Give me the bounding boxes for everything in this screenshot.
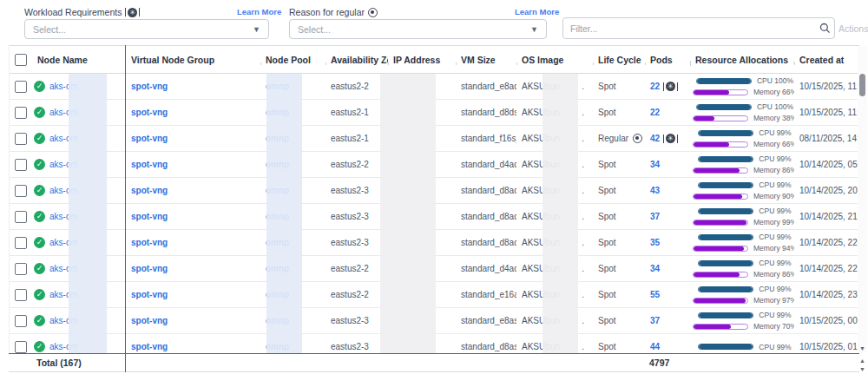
- virtual-node-group-link[interactable]: spot-vng: [131, 264, 168, 273]
- created-at-cell: 10/14/2025, 20:3...: [794, 186, 859, 195]
- created-at-cell: 08/11/2025, 14:2...: [794, 134, 859, 143]
- actions-button[interactable]: Actions: [838, 23, 868, 34]
- pods-cell: 22 ✳: [645, 82, 690, 91]
- row-checkbox[interactable]: [15, 289, 27, 301]
- table-header-row: Node Name Virtual Node Group Node Pool A…: [10, 46, 859, 74]
- vm-size-cell: standard_d8ads...: [456, 212, 516, 221]
- filter-input[interactable]: [563, 23, 815, 34]
- col-header-pods[interactable]: Pods: [645, 55, 690, 65]
- virtual-node-group-link[interactable]: spot-vng: [131, 82, 168, 91]
- cpu-bar-track: [698, 344, 753, 350]
- pods-count-link[interactable]: 34: [650, 160, 660, 169]
- cpu-label: CPU 100%: [757, 102, 793, 111]
- row-checkbox[interactable]: [15, 133, 27, 145]
- virtual-node-group-link[interactable]: spot-vng: [131, 316, 168, 325]
- row-checkbox[interactable]: [15, 211, 27, 223]
- pods-count-link[interactable]: 43: [650, 186, 660, 195]
- row-checkbox[interactable]: [15, 81, 27, 93]
- virtual-node-group-link[interactable]: spot-vng: [131, 290, 168, 299]
- cpu-bar-fill: [699, 209, 752, 213]
- row-checkbox[interactable]: [15, 107, 27, 119]
- workload-learn-more-link[interactable]: Learn More: [237, 7, 281, 16]
- row-checkbox[interactable]: [15, 315, 27, 327]
- cpu-bar-track: [698, 130, 753, 136]
- pods-count-link[interactable]: 55: [650, 290, 660, 299]
- cpu-allocation-row: CPU 99%: [698, 285, 791, 293]
- col-header-virtual-node-group[interactable]: Virtual Node Group: [126, 55, 260, 65]
- col-header-availability-zone[interactable]: Availability Zone: [326, 55, 388, 65]
- col-header-os-image[interactable]: OS Image: [516, 55, 593, 65]
- virtual-node-group-cell: spot-vng: [126, 264, 260, 273]
- virtual-node-group-link[interactable]: spot-vng: [131, 134, 168, 143]
- select-all-cell: [10, 54, 30, 66]
- row-checkbox[interactable]: [15, 159, 27, 171]
- cpu-allocation-row: CPU 100%: [696, 76, 793, 85]
- node-healthy-icon: ✓: [34, 107, 45, 118]
- pods-count-link[interactable]: 37: [650, 212, 660, 221]
- virtual-node-group-link[interactable]: spot-vng: [131, 342, 168, 351]
- cpu-bar-fill: [699, 131, 752, 135]
- pods-cell: 37 ✳: [645, 316, 690, 325]
- availability-zone-cell: eastus2-2: [326, 290, 388, 299]
- life-cycle-text: Spot: [598, 342, 616, 351]
- chevron-down-icon: ▼: [530, 25, 538, 34]
- pods-count-link[interactable]: 37: [650, 316, 660, 325]
- memory-label: Memory 38%: [753, 114, 794, 122]
- memory-bar-track: [693, 141, 748, 148]
- os-image-truncation: .: [582, 134, 584, 143]
- col-header-created-at[interactable]: Created at: [794, 55, 860, 65]
- row-checkbox[interactable]: [15, 341, 27, 353]
- cpu-allocation-row: CPU 99%: [698, 207, 791, 215]
- row-checkbox[interactable]: [15, 185, 27, 197]
- pods-count-link[interactable]: 42: [650, 134, 660, 143]
- scroll-down-icon[interactable]: ▼: [858, 344, 867, 353]
- life-cycle-text: Spot: [598, 238, 616, 247]
- reason-learn-more-link[interactable]: Learn More: [515, 7, 559, 16]
- memory-allocation-row: Memory 97%: [693, 296, 794, 305]
- col-header-ip-address[interactable]: IP Address: [388, 55, 456, 65]
- cpu-allocation-row: CPU 99%: [698, 233, 791, 241]
- col-header-node-name[interactable]: Node Name: [30, 55, 126, 65]
- pods-count-link[interactable]: 22: [650, 108, 660, 117]
- created-at-cell: 10/15/2025, 00:2...: [794, 316, 859, 325]
- vm-size-cell: standard_d4ads...: [456, 264, 516, 273]
- cpu-label: CPU 99%: [759, 259, 791, 267]
- availability-zone-cell: eastus2-2: [326, 160, 388, 169]
- pods-count-link[interactable]: 35: [650, 238, 660, 247]
- pods-count-link[interactable]: 44: [650, 342, 660, 351]
- pods-count-link[interactable]: 34: [650, 264, 660, 273]
- cpu-bar-fill: [699, 313, 752, 318]
- search-icon[interactable]: [815, 23, 834, 34]
- virtual-node-group-link[interactable]: spot-vng: [131, 238, 168, 247]
- virtual-node-group-link[interactable]: spot-vng: [131, 108, 168, 117]
- col-header-life-cycle[interactable]: Life Cycle: [593, 55, 645, 65]
- virtual-node-group-link[interactable]: spot-vng: [131, 212, 168, 221]
- vm-size-cell: standard_d8ads...: [456, 186, 516, 195]
- life-cycle-cell: Spot: [593, 342, 645, 351]
- row-checkbox[interactable]: [15, 263, 27, 275]
- reason-for-regular-select[interactable]: Select... ▼: [289, 19, 547, 39]
- col-header-vm-size[interactable]: VM Size: [456, 55, 516, 65]
- row-checkbox[interactable]: [15, 237, 27, 249]
- vertical-scrollbar[interactable]: ▼: [858, 46, 867, 353]
- memory-bar-fill: [694, 299, 746, 303]
- created-at-cell: 10/14/2025, 05:1...: [794, 160, 859, 169]
- scrollbar-thumb[interactable]: [859, 74, 865, 96]
- memory-bar-track: [693, 324, 748, 330]
- life-cycle-text: Spot: [598, 212, 616, 221]
- col-header-resource-allocations[interactable]: Resource Allocations ↓ ≡: [690, 53, 794, 66]
- workload-requirements-select[interactable]: Select... ▼: [24, 19, 269, 39]
- memory-bar-track: [693, 89, 748, 95]
- pods-count-link[interactable]: 22: [650, 82, 660, 91]
- cpu-bar-fill: [697, 79, 751, 83]
- cpu-bar-track: [698, 182, 753, 188]
- select-all-checkbox[interactable]: [15, 54, 27, 66]
- memory-bar-fill: [694, 168, 740, 173]
- os-image-truncation: .: [582, 290, 584, 299]
- col-header-node-pool[interactable]: Node Pool: [260, 55, 326, 65]
- pinned-column-separator: [125, 45, 126, 372]
- virtual-node-group-link[interactable]: spot-vng: [131, 160, 168, 169]
- os-image-truncation: .: [582, 316, 584, 325]
- memory-label: Memory 86%: [753, 166, 794, 174]
- virtual-node-group-link[interactable]: spot-vng: [131, 186, 168, 195]
